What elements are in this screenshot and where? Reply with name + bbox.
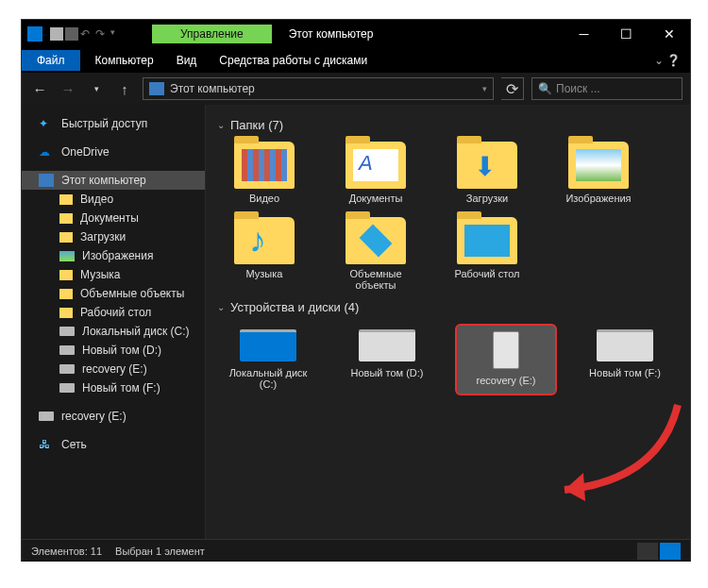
- status-bar: Элементов: 11 Выбран 1 элемент: [22, 539, 690, 562]
- sidebar-item-documents[interactable]: Документы: [22, 209, 205, 227]
- drive-e-recovery[interactable]: recovery (E:): [455, 324, 557, 395]
- view-icons-button[interactable]: [660, 543, 681, 560]
- sidebar-item-pictures[interactable]: Изображения: [22, 246, 205, 265]
- folder-pictures[interactable]: Изображения: [551, 138, 646, 208]
- drive-f[interactable]: Новый том (F:): [574, 324, 676, 395]
- item-label: Изображения: [555, 193, 642, 204]
- quick-access-toolbar: ↶ ↷ ▾: [50, 27, 124, 41]
- minimize-button[interactable]: ─: [563, 20, 605, 48]
- search-icon: 🔍: [538, 82, 552, 95]
- window-title: Этот компьютер: [289, 27, 374, 41]
- cloud-icon: ☁: [39, 145, 54, 159]
- status-count: Элементов: 11: [31, 546, 102, 557]
- folder-3dobjects[interactable]: Объемные объекты: [329, 213, 423, 294]
- navigation-pane: ✦ Быстрый доступ ☁ OneDrive Этот компьют…: [22, 105, 206, 539]
- drive-icon: [240, 329, 296, 361]
- sidebar-onedrive[interactable]: ☁ OneDrive: [22, 143, 205, 161]
- sidebar-item-music[interactable]: Музыка: [22, 265, 205, 284]
- sidebar-item-3dobjects[interactable]: Объемные объекты: [22, 284, 205, 303]
- drive-icon: [59, 327, 75, 336]
- navigation-bar: ← → ▾ ↑ Этот компьютер ▾ ⟳ 🔍 Поиск ...: [22, 73, 690, 105]
- sidebar-item-drive-f[interactable]: Новый том (F:): [22, 378, 205, 397]
- folder-icon: [59, 289, 73, 299]
- group-label: Устройства и диски (4): [230, 300, 359, 314]
- drive-icon: [59, 383, 75, 393]
- up-button[interactable]: ↑: [114, 81, 135, 97]
- folder-icon: [59, 270, 73, 280]
- group-drives-header[interactable]: ⌄ Устройства и диски (4): [217, 294, 679, 320]
- sidebar-item-drive-d[interactable]: Новый том (D:): [22, 341, 205, 360]
- sidebar-item-drive-e[interactable]: recovery (E:): [22, 360, 205, 378]
- tab-view[interactable]: Вид: [165, 50, 209, 71]
- qat-undo-icon[interactable]: ↶: [80, 27, 93, 41]
- sidebar-quick-access[interactable]: ✦ Быстрый доступ: [22, 114, 205, 133]
- sidebar-label: Объемные объекты: [80, 287, 184, 300]
- app-icon: [27, 26, 42, 42]
- server-drive-icon: [493, 331, 519, 369]
- tab-computer[interactable]: Компьютер: [84, 50, 165, 71]
- item-label: Загрузки: [444, 193, 531, 204]
- folder-music[interactable]: Музыка: [217, 213, 312, 294]
- item-label: Документы: [332, 193, 419, 204]
- tab-drive-tools[interactable]: Средства работы с дисками: [208, 50, 379, 71]
- titlebar: ↶ ↷ ▾ Управление Этот компьютер ─ ☐ ✕: [22, 20, 690, 48]
- address-bar[interactable]: Этот компьютер ▾: [143, 77, 494, 100]
- close-button[interactable]: ✕: [648, 20, 690, 48]
- back-button[interactable]: ←: [29, 81, 50, 97]
- sidebar-label: Быстрый доступ: [61, 117, 147, 130]
- qat-newfolder-icon[interactable]: [65, 27, 78, 41]
- sidebar-item-drive-c[interactable]: Локальный диск (C:): [22, 322, 205, 341]
- folder-icon: [59, 194, 73, 205]
- search-placeholder: Поиск ...: [556, 82, 600, 95]
- ribbon-expand-icon[interactable]: ⌄ ❔: [654, 54, 681, 67]
- sidebar-network[interactable]: 🖧Сеть: [22, 435, 205, 454]
- folder-icon: [59, 213, 73, 224]
- item-label: Видео: [221, 193, 308, 204]
- sidebar-label: Музыка: [80, 268, 120, 281]
- drive-icon: [59, 345, 75, 355]
- sidebar-label: Видео: [80, 193, 113, 206]
- qat-dropdown-icon[interactable]: ▾: [110, 27, 124, 41]
- item-label: Новый том (D:): [338, 367, 436, 378]
- folder-video[interactable]: Видео: [217, 138, 312, 208]
- qat-properties-icon[interactable]: [50, 27, 63, 41]
- ribbon-tabs: Файл Компьютер Вид Средства работы с дис…: [22, 48, 690, 73]
- sidebar-item-video[interactable]: Видео: [22, 190, 205, 209]
- chevron-down-icon: ⌄: [217, 302, 225, 312]
- maximize-button[interactable]: ☐: [605, 20, 648, 48]
- folder-documents[interactable]: Документы: [329, 138, 423, 208]
- breadcrumb-dropdown-icon[interactable]: ▾: [482, 84, 487, 93]
- sidebar-item-downloads[interactable]: Загрузки: [22, 227, 205, 246]
- contextual-tab[interactable]: Управление: [152, 25, 272, 43]
- pc-icon: [39, 174, 54, 187]
- sidebar-this-pc[interactable]: Этот компьютер: [22, 171, 205, 190]
- drive-icon: [359, 329, 415, 361]
- folder-desktop[interactable]: Рабочий стол: [440, 213, 534, 294]
- item-label: Новый том (F:): [576, 367, 674, 378]
- sidebar-label: recovery (E:): [82, 362, 147, 376]
- content-pane: ⌄ Папки (7) Видео Документы Загрузки Изо…: [206, 105, 690, 539]
- sidebar-label: Новый том (D:): [82, 344, 161, 357]
- drive-c[interactable]: Локальный диск (C:): [217, 324, 319, 395]
- sidebar-label: Новый том (F:): [82, 381, 160, 395]
- forward-button[interactable]: →: [58, 81, 78, 97]
- group-folders-header[interactable]: ⌄ Папки (7): [217, 112, 679, 138]
- sidebar-label: Этот компьютер: [61, 174, 146, 187]
- folder-downloads[interactable]: Загрузки: [440, 138, 534, 208]
- search-input[interactable]: 🔍 Поиск ...: [531, 77, 683, 100]
- folder-icon: [59, 232, 73, 243]
- sidebar-recovery-dup[interactable]: recovery (E:): [22, 407, 205, 426]
- breadcrumb[interactable]: Этот компьютер: [170, 82, 255, 95]
- view-details-button[interactable]: [637, 543, 658, 560]
- sidebar-label: Изображения: [82, 249, 153, 262]
- file-tab[interactable]: Файл: [22, 50, 80, 71]
- sidebar-item-desktop[interactable]: Рабочий стол: [22, 303, 205, 322]
- drive-d[interactable]: Новый том (D:): [336, 324, 438, 395]
- pictures-icon: [59, 251, 75, 261]
- recent-dropdown-icon[interactable]: ▾: [86, 84, 107, 93]
- qat-redo-icon[interactable]: ↷: [95, 27, 109, 41]
- sidebar-label: OneDrive: [61, 145, 110, 159]
- folder-icon: [59, 308, 73, 318]
- item-label: Рабочий стол: [444, 268, 531, 279]
- refresh-button[interactable]: ⟳: [501, 77, 524, 100]
